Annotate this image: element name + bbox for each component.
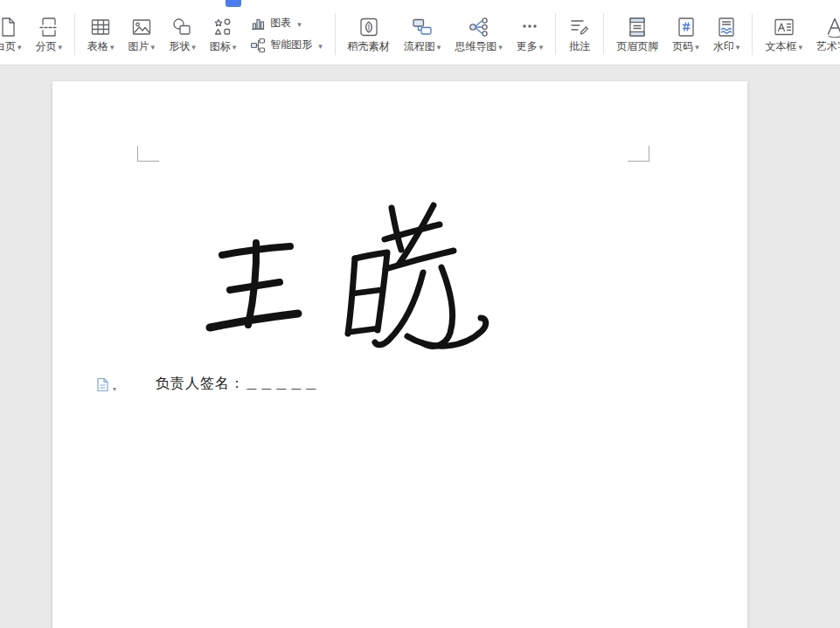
- dropdown-caret-icon: [435, 41, 441, 53]
- toolbar-item-textbox[interactable]: 文本框: [758, 16, 809, 53]
- toolbar-item-comment[interactable]: 批注: [561, 16, 598, 52]
- inline-object-menu[interactable]: [96, 377, 116, 396]
- dropdown-caret-icon: [693, 41, 699, 53]
- smartart-icon: [250, 38, 266, 53]
- toolbar-item-smartart[interactable]: 智能图形: [250, 38, 323, 53]
- signature-line: 负责人签名： ＿＿＿＿＿: [156, 375, 319, 393]
- toolbar-item-label: 更多: [517, 41, 538, 52]
- dropdown-caret-icon: [734, 41, 740, 53]
- toolbar-item-picture[interactable]: 图片: [121, 16, 163, 53]
- dropdown-caret-icon: [538, 41, 544, 53]
- dropdown-caret-icon: [149, 41, 156, 53]
- toolbar-item-label: 艺术字: [816, 41, 840, 52]
- toolbar-item-mindmap[interactable]: 思维导图: [448, 16, 510, 53]
- page-break-icon: [38, 16, 60, 38]
- active-tab-indicator: [226, 0, 241, 7]
- toolbar-item-label: 图片: [128, 41, 149, 52]
- dropdown-caret-icon: [796, 41, 802, 53]
- margin-corner-mark-top-left: [137, 146, 159, 162]
- dropdown-caret-icon: [111, 379, 116, 395]
- inline-object-icon: [96, 377, 109, 396]
- flowchart-icon: [411, 16, 434, 38]
- toolbar-item-label: 分页: [36, 41, 57, 52]
- toolbar-item-label: 批注: [569, 41, 590, 52]
- toolbar-separator: [752, 13, 753, 55]
- toolbar-item-label: 水印: [713, 41, 734, 52]
- toolbar-item-page-break[interactable]: 分页: [29, 16, 70, 53]
- dropdown-caret-icon: [57, 41, 63, 53]
- dropdown-caret-icon: [190, 41, 196, 53]
- toolbar-item-flowchart[interactable]: 流程图: [397, 16, 448, 53]
- mindmap-icon: [468, 16, 490, 38]
- picture-icon: [130, 16, 153, 38]
- blank-page-icon: [0, 16, 19, 38]
- toolbar-item-page-number[interactable]: 页码: [665, 16, 706, 53]
- toolbar-item-docer-assets[interactable]: 稻壳素材: [341, 16, 397, 52]
- toolbar-stacked-group: 图表 智能图形: [243, 16, 330, 53]
- toolbar-separator: [74, 13, 75, 55]
- shapes-icon: [170, 16, 193, 38]
- dropdown-caret-icon: [16, 41, 22, 53]
- toolbar-item-label: 稻壳素材: [348, 41, 390, 52]
- toolbar-separator: [603, 13, 604, 55]
- toolbar-item-header-footer[interactable]: 页眉页脚: [609, 16, 665, 52]
- watermark-icon: [715, 16, 738, 38]
- dropdown-caret-icon: [108, 41, 115, 53]
- toolbar-item-label: 流程图: [404, 41, 435, 52]
- textbox-icon: [773, 16, 795, 38]
- chart-icon: [250, 16, 266, 31]
- toolbar-item-blank-page[interactable]: 白页: [0, 16, 29, 53]
- header-footer-icon: [626, 16, 649, 38]
- signature-line-label: 负责人签名：: [156, 375, 245, 393]
- signature-blank-line: ＿＿＿＿＿: [245, 375, 319, 393]
- dropdown-caret-icon: [496, 41, 503, 53]
- toolbar-item-label: 形状: [169, 41, 190, 52]
- toolbar-item-label: 白页: [0, 41, 16, 52]
- comment-icon: [568, 16, 591, 38]
- toolbar-item-chart[interactable]: 图表: [250, 16, 323, 31]
- toolbar-item-watermark[interactable]: 水印: [706, 16, 747, 53]
- icon-library-icon: [212, 16, 234, 38]
- margin-corner-mark-top-right: [628, 146, 649, 162]
- toolbar-item-label: 表格: [87, 41, 108, 52]
- toolbar-item-more[interactable]: 更多: [510, 16, 551, 53]
- toolbar-separator: [335, 13, 336, 55]
- toolbar-item-wordart[interactable]: 艺术字: [809, 16, 840, 53]
- dropdown-caret-icon: [231, 41, 237, 53]
- dropdown-caret-icon: [316, 39, 323, 52]
- dropdown-caret-icon: [295, 17, 302, 30]
- wordart-icon: [823, 16, 840, 38]
- toolbar-item-table[interactable]: 表格: [80, 16, 121, 53]
- document-canvas: 负责人签名： ＿＿＿＿＿: [0, 66, 840, 628]
- toolbar-item-label: 思维导图: [455, 41, 496, 52]
- table-icon: [89, 16, 112, 38]
- toolbar-item-label: 图标: [210, 41, 231, 52]
- docer-assets-icon: [358, 16, 380, 38]
- toolbar-item-shapes[interactable]: 形状: [162, 16, 203, 53]
- toolbar-separator: [555, 13, 556, 55]
- handwritten-signature[interactable]: [199, 199, 501, 356]
- ribbon-toolbar: 白页 分页 表格 图片 形状 图标: [0, 0, 840, 66]
- page-number-icon: [675, 16, 698, 38]
- toolbar-item-label: 文本框: [765, 41, 796, 52]
- document-page[interactable]: 负责人签名： ＿＿＿＿＿: [52, 81, 747, 628]
- toolbar-item-label: 图表: [270, 16, 291, 31]
- toolbar-item-icons[interactable]: 图标: [203, 16, 244, 53]
- more-ellipsis-icon: [518, 16, 541, 38]
- toolbar-item-label: 智能图形: [270, 38, 312, 52]
- toolbar-item-label: 页眉页脚: [616, 41, 658, 52]
- toolbar-item-label: 页码: [672, 41, 693, 52]
